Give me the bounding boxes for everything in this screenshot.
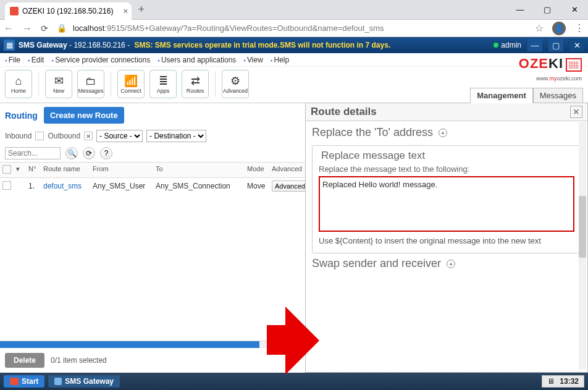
message-text-input[interactable] — [319, 176, 574, 232]
taskbar-app-label: SMS Gateway — [65, 377, 114, 386]
refresh-button[interactable]: ⟳ — [83, 147, 95, 159]
logo-url-post: ozeki.com — [556, 75, 582, 82]
toolbar-messages[interactable]: 🗀Messages — [77, 70, 104, 98]
tab-favicon — [10, 7, 19, 15]
col-adv[interactable]: Advanced — [269, 164, 304, 176]
url-host: localhost — [73, 23, 104, 33]
source-select[interactable]: - Source - — [96, 130, 143, 142]
tab-management[interactable]: Management — [470, 88, 532, 103]
route-details-title: Route details — [311, 106, 570, 118]
table-row[interactable]: 1. defout_sms Any_SMS_User Any_SMS_Conne… — [0, 178, 305, 194]
row-n: 1. — [26, 180, 41, 192]
vscroll-thumb[interactable] — [579, 196, 586, 258]
col-name[interactable]: Route name — [41, 164, 90, 176]
kebab-menu-icon[interactable]: ⋮ — [574, 22, 584, 34]
browser-tab[interactable]: OZEKI 10 (192.168.50.216) × — [5, 2, 132, 20]
start-button[interactable]: Start — [4, 375, 44, 388]
replace-message-fieldset: Replace message text Replace the message… — [312, 145, 581, 253]
toolbar-routes[interactable]: ⇄Routes — [182, 70, 209, 98]
header-close-button[interactable]: ✕ — [569, 39, 584, 51]
clock: 13:32 — [560, 377, 579, 386]
menu-help[interactable]: Help — [271, 56, 289, 64]
toolbar-connect[interactable]: 📶Connect — [117, 70, 145, 98]
profile-avatar[interactable]: 👤 — [552, 22, 566, 35]
row-name[interactable]: defout_sms — [41, 180, 90, 192]
replace-to-label: Replace the 'To' address — [312, 126, 433, 138]
new-tab-button[interactable]: + — [138, 3, 145, 16]
toolbar-advanced[interactable]: ⚙Advanced — [222, 70, 249, 98]
reload-button[interactable]: ⟳ — [41, 23, 48, 33]
toolbar-home[interactable]: ⌂Home — [5, 70, 32, 98]
toolbar-advanced-label: Advanced — [223, 88, 248, 94]
row-checkbox[interactable] — [2, 181, 11, 190]
grid-header: ▾ N° Route name From To Mode Advanced — [0, 162, 305, 178]
inbound-checkbox[interactable] — [35, 132, 44, 140]
apps-icon: ≣ — [159, 74, 168, 88]
header-maximize-button[interactable]: ▢ — [548, 39, 563, 51]
status-dot-icon — [494, 43, 498, 48]
tab-close-icon[interactable]: × — [123, 6, 128, 16]
search-button[interactable]: 🔍 — [65, 147, 78, 159]
expand-icon[interactable]: + — [439, 129, 447, 137]
forward-button[interactable]: → — [22, 23, 32, 34]
taskbar: Start SMS Gateway 🖥 13:32 — [0, 373, 588, 390]
select-all-checkbox[interactable] — [2, 165, 11, 174]
address-bar[interactable]: 🔒 localhost :9515/SMS+Gateway/?a=Routing… — [57, 23, 526, 33]
selection-count: 0/1 item selected — [51, 356, 107, 365]
maximize-button[interactable]: ▢ — [534, 1, 561, 19]
star-icon[interactable]: ☆ — [535, 22, 544, 34]
help-button[interactable]: ? — [100, 147, 112, 159]
app-header: ▦ SMS Gateway - 192.168.50.216 - SMS: SM… — [0, 37, 588, 53]
row-advanced-button[interactable]: Advanced — [272, 180, 308, 192]
content-hint: Use ${Content} to insert the original me… — [319, 236, 574, 247]
menu-edit[interactable]: Edit — [28, 56, 44, 64]
logo-red: OZE — [519, 56, 548, 71]
menu-view[interactable]: View — [243, 56, 263, 64]
destination-select[interactable]: - Destination - — [146, 130, 206, 142]
header-minimize-button[interactable]: — — [527, 39, 542, 51]
start-icon — [10, 378, 19, 385]
scrollbar-thumb[interactable] — [0, 341, 259, 348]
vertical-scrollbar[interactable] — [579, 122, 586, 370]
minimize-button[interactable]: — — [506, 1, 534, 19]
logo[interactable]: OZEKI www.myozeki.com — [519, 56, 582, 83]
menu-users-apps[interactable]: Users and applications — [158, 56, 236, 64]
search-input[interactable] — [5, 147, 61, 159]
outbound-checkbox[interactable]: ✕ — [84, 132, 93, 140]
admin-label: admin — [501, 41, 521, 49]
horizontal-scrollbar[interactable] — [0, 341, 305, 348]
admin-indicator[interactable]: admin — [494, 41, 521, 49]
menu-file[interactable]: File — [5, 56, 20, 64]
app-task-icon — [54, 378, 62, 385]
menu-service-provider[interactable]: Service provider connections — [51, 56, 150, 64]
create-route-button[interactable]: Create new Route — [44, 107, 124, 124]
taskbar-app-button[interactable]: SMS Gateway — [48, 375, 120, 388]
col-mode[interactable]: Mode — [245, 164, 269, 176]
toolbar-new[interactable]: ✉New — [45, 70, 72, 98]
tray-icon[interactable]: 🖥 — [547, 377, 555, 386]
url-path: :9515/SMS+Gateway/?a=Routing&ViewRoutes=… — [104, 23, 384, 33]
col-from[interactable]: From — [90, 164, 153, 176]
outbound-label: Outbound — [48, 132, 80, 140]
gear-icon: ⚙ — [230, 74, 240, 88]
close-window-button[interactable]: ✕ — [561, 1, 588, 19]
tab-messages[interactable]: Messages — [533, 88, 583, 103]
replace-to-section[interactable]: Replace the 'To' address + — [312, 122, 581, 143]
back-button[interactable]: ← — [4, 23, 14, 34]
swap-section[interactable]: Swap sender and receiver + — [312, 253, 581, 274]
logo-black: KI — [548, 56, 563, 71]
antenna-icon: 📶 — [124, 74, 138, 88]
trial-message: SMS: SMS services operate in trial mode.… — [134, 41, 390, 49]
col-n[interactable]: N° — [26, 164, 41, 176]
delete-button[interactable]: Delete — [5, 353, 44, 368]
row-to: Any_SMS_Connection — [153, 180, 245, 192]
toolbar-apps[interactable]: ≣Apps — [149, 70, 177, 98]
expand-icon[interactable]: + — [447, 260, 455, 268]
close-panel-button[interactable]: ✕ — [570, 106, 582, 118]
toolbar-routes-label: Routes — [187, 88, 204, 94]
app-icon: ▦ — [4, 40, 15, 51]
start-label: Start — [22, 377, 38, 386]
menu-bar: File Edit Service provider connections U… — [0, 53, 588, 67]
sort-dropdown[interactable]: ▾ — [14, 164, 26, 176]
col-to[interactable]: To — [153, 164, 245, 176]
